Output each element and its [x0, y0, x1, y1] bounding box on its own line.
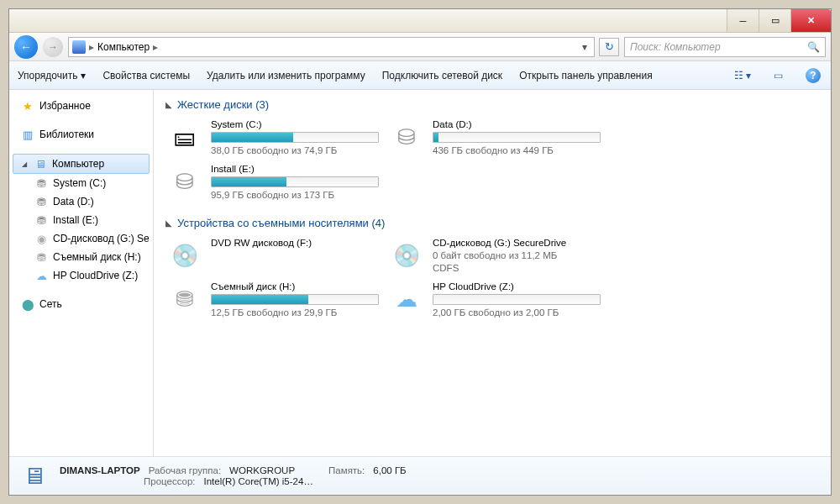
- main-view: ◣ Жесткие диски (3) 🖴System (C:)38,0 ГБ …: [154, 90, 831, 456]
- maximize-button[interactable]: ▭: [759, 9, 790, 32]
- sidebar-libraries[interactable]: ▥ Библиотеки: [9, 125, 153, 144]
- sidebar-drive-g[interactable]: ◉CD-дисковод (G:) Se: [9, 229, 153, 248]
- search-input[interactable]: Поиск: Компьютер 🔍: [624, 37, 826, 57]
- help-icon: ?: [806, 68, 821, 83]
- removable-grid: 💿DVD RW дисковод (F:)💿CD-дисковод (G:) S…: [165, 236, 819, 319]
- chevron-down-icon: ▾: [81, 70, 86, 81]
- body: ★ Избранное ▥ Библиотеки 🖥 Компьютер ⛃Sy…: [9, 90, 831, 456]
- drive-usage-bar: [433, 132, 601, 143]
- hdd-icon: ⛁: [389, 119, 424, 155]
- drive-free-space: 2,00 ГБ свободно из 2,00 ГБ: [433, 307, 601, 318]
- hdd-icon: ⛁: [167, 164, 202, 199]
- drive-label: HP CloudDrive (Z:): [433, 281, 601, 291]
- drive-item[interactable]: 💿DVD RW дисковод (F:): [165, 236, 381, 275]
- status-memory-label: Память:: [328, 465, 365, 475]
- computer-icon: 🖥: [34, 157, 47, 171]
- status-workgroup-label: Рабочая группа:: [149, 465, 221, 475]
- forward-button[interactable]: →: [43, 37, 63, 57]
- section-hard-drives[interactable]: ◣ Жесткие диски (3): [165, 98, 819, 111]
- drive-filesystem: CDFS: [433, 263, 601, 273]
- breadcrumb[interactable]: ▸ Компьютер ▸ ▾: [68, 37, 595, 57]
- view-options-button[interactable]: ☷ ▾: [733, 66, 752, 85]
- section-removable[interactable]: ◣ Устройства со съемными носителями (4): [165, 217, 819, 229]
- drive-free-space: 0 байт свободно из 11,2 МБ: [433, 250, 601, 260]
- toolbar: Упорядочить ▾ Свойства системы Удалить и…: [9, 61, 831, 90]
- status-computer-name: DIMANS-LAPTOP: [60, 465, 140, 475]
- explorer-window: ─ ▭ ✕ ← → ▸ Компьютер ▸ ▾ ↻ Поиск: Компь…: [8, 8, 832, 496]
- sidebar-item-label: Компьютер: [52, 158, 104, 170]
- drive-free-space: 12,5 ГБ свободно из 29,9 ГБ: [211, 307, 379, 318]
- drive-label: Съемный диск (H:): [211, 281, 379, 291]
- drive-free-space: 38,0 ГБ свободно из 74,9 ГБ: [211, 145, 379, 155]
- statusbar: 🖥 DIMANS-LAPTOP Рабочая группа: WORKGROU…: [9, 456, 831, 495]
- sidebar-item-label: Библиотеки: [39, 129, 94, 140]
- help-button[interactable]: ?: [804, 66, 822, 85]
- hdd-win-icon: 🖴: [167, 119, 202, 155]
- drive-usage-bar: [211, 294, 379, 305]
- usb-icon: ⛃: [34, 250, 48, 264]
- drive-item[interactable]: ☁HP CloudDrive (Z:)2,00 ГБ свободно из 2…: [387, 280, 602, 319]
- sidebar-network[interactable]: ⬤ Сеть: [9, 295, 153, 313]
- sidebar-drive-c[interactable]: ⛃System (C:): [9, 174, 153, 192]
- refresh-button[interactable]: ↻: [599, 38, 619, 56]
- organize-menu[interactable]: Упорядочить ▾: [18, 70, 86, 81]
- libraries-icon: ▥: [21, 128, 34, 141]
- preview-pane-button[interactable]: ▭: [769, 66, 787, 85]
- drive-usage-bar: [433, 294, 601, 305]
- sidebar-item-label: HP CloudDrive (Z:): [53, 270, 138, 281]
- chevron-right-icon: ▸: [89, 41, 94, 53]
- sidebar-item-label: Избранное: [39, 100, 91, 112]
- collapse-icon[interactable]: ◣: [165, 218, 172, 228]
- sidebar-drive-e[interactable]: ⛃Install (E:): [9, 211, 153, 229]
- hdd-icon: ⛃: [34, 195, 48, 208]
- navbar: ← → ▸ Компьютер ▸ ▾ ↻ Поиск: Компьютер 🔍: [9, 33, 831, 61]
- sidebar-item-label: Install (E:): [53, 214, 98, 226]
- usb-icon: ⛃: [167, 281, 202, 317]
- sidebar-item-label: Съемный диск (H:): [53, 251, 141, 263]
- breadcrumb-item[interactable]: Компьютер: [97, 41, 150, 53]
- back-button[interactable]: ←: [14, 35, 38, 59]
- cloud-icon: ☁: [34, 269, 48, 282]
- search-placeholder: Поиск: Компьютер: [630, 41, 721, 53]
- section-title: Устройства со съемными носителями (4): [177, 217, 385, 229]
- sidebar-drive-z[interactable]: ☁HP CloudDrive (Z:): [9, 266, 153, 285]
- titlebar: ─ ▭ ✕: [9, 9, 831, 33]
- open-control-panel-button[interactable]: Открыть панель управления: [519, 70, 653, 81]
- section-title: Жесткие диски (3): [177, 98, 269, 111]
- drive-item[interactable]: ⛁Install (E:)95,9 ГБ свободно из 173 ГБ: [165, 162, 381, 202]
- sidebar-computer[interactable]: 🖥 Компьютер: [13, 154, 150, 174]
- breadcrumb-dropdown[interactable]: ▾: [579, 41, 591, 53]
- drive-usage-bar: [211, 176, 379, 187]
- drive-usage-bar: [211, 132, 379, 143]
- sidebar-drive-d[interactable]: ⛃Data (D:): [9, 192, 153, 211]
- drive-item[interactable]: ⛁Data (D:)436 ГБ свободно из 449 ГБ: [387, 118, 602, 157]
- sidebar-item-label: CD-дисковод (G:) Se: [53, 233, 150, 244]
- cd-icon: 💿: [389, 238, 424, 273]
- uninstall-program-button[interactable]: Удалить или изменить программу: [207, 70, 365, 81]
- drive-label: Install (E:): [211, 164, 379, 174]
- drive-item[interactable]: ⛃Съемный диск (H:)12,5 ГБ свободно из 29…: [165, 280, 381, 319]
- drive-label: CD-дисковод (G:) SecureDrive: [433, 238, 601, 248]
- drive-free-space: 436 ГБ свободно из 449 ГБ: [433, 145, 601, 155]
- minimize-button[interactable]: ─: [727, 9, 759, 32]
- hdd-icon: ⛃: [34, 176, 48, 190]
- system-properties-button[interactable]: Свойства системы: [102, 70, 190, 81]
- drive-label: DVD RW дисковод (F:): [211, 238, 379, 248]
- sidebar-favorites[interactable]: ★ Избранное: [9, 97, 153, 115]
- search-icon: 🔍: [807, 41, 820, 53]
- map-network-drive-button[interactable]: Подключить сетевой диск: [382, 70, 502, 81]
- collapse-icon[interactable]: ◣: [165, 100, 172, 109]
- computer-icon: [72, 40, 86, 54]
- drive-item[interactable]: 💿CD-дисковод (G:) SecureDrive0 байт своб…: [387, 236, 602, 275]
- sidebar-item-label: Сеть: [39, 298, 62, 310]
- sidebar-drive-h[interactable]: ⛃Съемный диск (H:): [9, 248, 153, 266]
- drive-item[interactable]: 🖴System (C:)38,0 ГБ свободно из 74,9 ГБ: [165, 118, 381, 157]
- hard-drives-grid: 🖴System (C:)38,0 ГБ свободно из 74,9 ГБ⛁…: [165, 118, 819, 202]
- close-button[interactable]: ✕: [790, 9, 831, 32]
- network-icon: ⬤: [21, 297, 34, 311]
- star-icon: ★: [21, 99, 34, 113]
- cloud-icon: ☁: [389, 281, 424, 317]
- drive-label: Data (D:): [433, 119, 601, 129]
- sidebar-item-label: Data (D:): [53, 196, 94, 207]
- sidebar: ★ Избранное ▥ Библиотеки 🖥 Компьютер ⛃Sy…: [9, 90, 154, 456]
